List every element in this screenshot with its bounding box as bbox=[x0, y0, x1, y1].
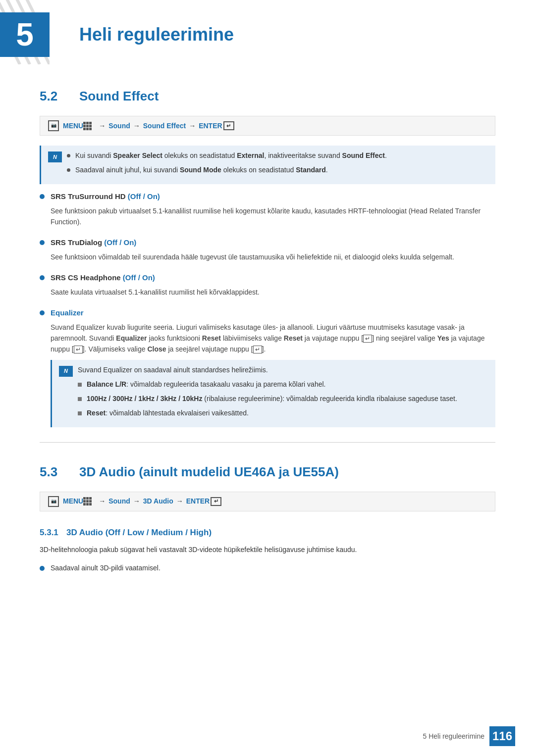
section-53-header: 5.3 3D Audio (ainult mudelid UE46A ja UE… bbox=[40, 462, 495, 482]
arrow-1: → bbox=[99, 121, 106, 131]
section-52-number: 5.2 bbox=[40, 87, 69, 106]
bullet-srs-trusurround bbox=[40, 194, 45, 199]
menu-soundeffect-52: Sound Effect bbox=[143, 121, 186, 131]
enter-icon-52: ↵ bbox=[223, 121, 234, 130]
feature-srs-trusurround: SRS TruSurround HD (Off / On) See funkts… bbox=[40, 191, 495, 227]
equalizer-note-icon: N bbox=[59, 366, 73, 377]
menu-remote-icon-53: 📷 bbox=[48, 496, 59, 507]
bullet-srs-trudialog bbox=[40, 240, 45, 245]
chapter-header: 5 Heli reguleerimine bbox=[0, 0, 535, 67]
section-53-title: 3D Audio (ainult mudelid UE46A ja UE55A) bbox=[79, 462, 339, 482]
bullet-dot-n2 bbox=[67, 168, 70, 172]
arrow-53-3: → bbox=[176, 496, 183, 506]
equalizer-subitem-2-text: Reset: võimaldab lähtestada ekvalaiseri … bbox=[87, 408, 249, 418]
menu-label-53: MENU bbox=[63, 496, 83, 506]
equalizer-subitem-1: 100Hz / 300Hz / 1kHz / 3kHz / 10kHz (rib… bbox=[78, 394, 457, 404]
square-bullet-0 bbox=[78, 383, 82, 387]
menu-label-52: MENU bbox=[63, 121, 83, 131]
chapter-number: 5 bbox=[0, 12, 50, 57]
bullet-dot-n1 bbox=[67, 154, 70, 157]
equalizer-note-text: Suvand Equalizer on saadaval ainult stan… bbox=[78, 365, 457, 375]
square-bullet-1 bbox=[78, 397, 82, 401]
page-footer: 5 Heli reguleerimine 116 bbox=[423, 726, 515, 746]
equalizer-subitem-0: Balance L/R: võimaldab reguleerida tasak… bbox=[78, 379, 457, 390]
menu-grid-icon bbox=[83, 122, 92, 130]
equalizer-note-box: N Suvand Equalizer on saadaval ainult st… bbox=[51, 360, 495, 427]
subsection-531-header: 5.3.1 3D Audio (Off / Low / Medium / Hig… bbox=[40, 526, 495, 539]
subsection-531-number: 5.3.1 bbox=[40, 528, 58, 537]
section53-desc: 3D-helitehnoloogia pakub sügavat heli va… bbox=[40, 545, 495, 555]
section-divider bbox=[40, 442, 495, 443]
menu-sound-52: Sound bbox=[108, 121, 130, 131]
menu-sound-53: Sound bbox=[108, 496, 130, 506]
feature-srs-trudialog-desc: See funktsioon võimaldab teil suurendada… bbox=[40, 252, 495, 262]
section-52-title: Sound Effect bbox=[79, 87, 159, 106]
feature-srs-csheadphone-name: SRS CS Headphone (Off / On) bbox=[51, 272, 155, 284]
section-53-number: 5.3 bbox=[40, 462, 69, 482]
note-icon-1: N bbox=[48, 151, 62, 162]
bullet-equalizer bbox=[40, 310, 45, 315]
menu-enter-52: ENTER bbox=[199, 121, 222, 131]
feature-equalizer-name: Equalizer bbox=[51, 307, 84, 319]
footer-chapter-ref: 5 Heli reguleerimine bbox=[423, 731, 484, 742]
arrow-3: → bbox=[189, 121, 196, 131]
note-box-1: N Kui suvandi Speaker Select olekuks on … bbox=[40, 146, 495, 184]
menu-path-53: 📷 MENU → Sound → 3D Audio → ENTER ↵ bbox=[40, 492, 495, 511]
content-area: 5.2 Sound Effect 📷 MENU → Sound → Sound … bbox=[0, 87, 535, 573]
bullet-53-0 bbox=[40, 566, 45, 571]
equalizer-subitem-2: Reset: võimaldab lähtestada ekvalaiseri … bbox=[78, 408, 457, 418]
equalizer-note-content: Suvand Equalizer on saadaval ainult stan… bbox=[78, 365, 457, 422]
equalizer-subitems-list: Balance L/R: võimaldab reguleerida tasak… bbox=[78, 379, 457, 418]
section-52-header: 5.2 Sound Effect bbox=[40, 87, 495, 106]
subsection-531-title: 3D Audio (Off / Low / Medium / High) bbox=[66, 528, 212, 537]
note-content-1: Kui suvandi Speaker Select olekuks on se… bbox=[67, 151, 387, 179]
enter-icon-53: ↵ bbox=[211, 497, 221, 506]
section53-bullets: Saadaval ainult 3D-pildi vaatamisel. bbox=[40, 563, 495, 573]
arrow-2: → bbox=[133, 121, 140, 131]
menu-enter-53: ENTER bbox=[186, 496, 210, 506]
section53-bullet-0-text: Saadaval ainult 3D-pildi vaatamisel. bbox=[51, 563, 160, 573]
feature-srs-trusurround-name: SRS TruSurround HD (Off / On) bbox=[51, 191, 160, 202]
menu-remote-icon: 📷 bbox=[48, 120, 59, 131]
equalizer-subitem-0-text: Balance L/R: võimaldab reguleerida tasak… bbox=[87, 379, 325, 390]
arrow-53-2: → bbox=[133, 496, 140, 506]
chapter-title: Heli reguleerimine bbox=[79, 21, 234, 48]
feature-srs-trusurround-desc: See funktsioon pakub virtuaalset 5.1-kan… bbox=[40, 205, 495, 228]
bullet-srs-csheadphone bbox=[40, 275, 45, 280]
menu-3daudio-53: 3D Audio bbox=[143, 496, 173, 506]
feature-srs-trudialog-title: SRS TruDialog (Off / On) bbox=[40, 237, 495, 249]
note2-text: Saadaval ainult juhul, kui suvandi Sound… bbox=[75, 165, 328, 175]
feature-srs-csheadphone-desc: Saate kuulata virtuaalset 5.1-kanalilist… bbox=[40, 287, 495, 298]
menu-path-52: 📷 MENU → Sound → Sound Effect → ENTER ↵ bbox=[40, 116, 495, 136]
feature-srs-trudialog-name: SRS TruDialog (Off / On) bbox=[51, 237, 136, 249]
section53-bullet-0: Saadaval ainult 3D-pildi vaatamisel. bbox=[40, 563, 495, 573]
square-bullet-2 bbox=[78, 411, 82, 415]
note1-text: Kui suvandi Speaker Select olekuks on se… bbox=[75, 151, 387, 161]
feature-equalizer-title: Equalizer bbox=[40, 307, 495, 319]
feature-srs-trudialog: SRS TruDialog (Off / On) See funktsioon … bbox=[40, 237, 495, 262]
page-number: 116 bbox=[489, 726, 515, 746]
equalizer-subitem-1-text: 100Hz / 300Hz / 1kHz / 3kHz / 10kHz (rib… bbox=[87, 394, 457, 404]
feature-equalizer: Equalizer Suvand Equalizer kuvab liuguri… bbox=[40, 307, 495, 355]
feature-srs-csheadphone: SRS CS Headphone (Off / On) Saate kuulat… bbox=[40, 272, 495, 298]
menu-grid-icon-53 bbox=[83, 497, 92, 505]
arrow-53-1: → bbox=[99, 496, 106, 506]
feature-srs-csheadphone-title: SRS CS Headphone (Off / On) bbox=[40, 272, 495, 284]
feature-equalizer-desc: Suvand Equalizer kuvab liugurite seeria.… bbox=[40, 322, 495, 355]
feature-srs-trusurround-title: SRS TruSurround HD (Off / On) bbox=[40, 191, 495, 202]
